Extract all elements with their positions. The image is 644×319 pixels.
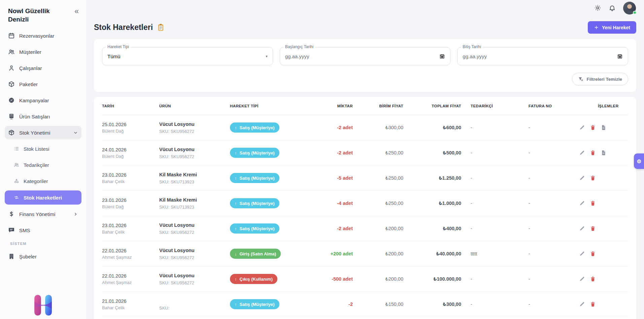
employee-icon (8, 65, 15, 71)
delete-button[interactable] (590, 251, 596, 257)
sidebar-item-label: Çalışanlar (19, 65, 42, 71)
sms-icon (8, 227, 15, 234)
arrow-up-icon: ↑ (235, 277, 237, 282)
edit-button[interactable] (579, 276, 585, 282)
unit-price: ₺200,00 (353, 276, 403, 282)
invoice-no-value: - (519, 276, 576, 282)
movement-type-badge: ↓Giriş (Satın Alma) (230, 249, 281, 259)
sidebar-item-finans-yonetimi[interactable]: Finans Yönetimi (5, 207, 81, 221)
cell-date: 21.01.2026Bahar Çelik (102, 298, 159, 310)
suppliers-icon (14, 162, 19, 168)
invoice-no-value: - (519, 302, 576, 307)
sidebar-item-label: Stok Yönetimi (19, 130, 50, 136)
invoice-button[interactable] (601, 150, 607, 156)
delete-button[interactable] (590, 225, 596, 232)
row-actions (576, 125, 628, 131)
sidebar-item-stok-hareketleri[interactable]: Stok Hareketleri (5, 190, 81, 205)
finance-icon (8, 211, 15, 217)
edit-button[interactable] (579, 200, 585, 206)
chevron-down-icon (73, 130, 78, 135)
product-name: Vücut Losyonu (159, 121, 230, 128)
edit-button[interactable] (579, 175, 585, 181)
sidebar-item-label: Tedarikçiler (24, 162, 49, 168)
movement-type-badge: ↑Satış (Müşteriye) (230, 148, 279, 158)
invoice-no-value: - (519, 201, 576, 206)
product-name: Vücut Losyonu (159, 273, 230, 279)
column-header-toplam-fi-yat: TOPLAM FİYAT (403, 104, 461, 108)
sidebar-item-rezervasyonlar[interactable]: Rezervasyonlar (5, 29, 81, 42)
sidebar-item-label: Ürün Satışları (19, 114, 50, 119)
edit-button[interactable] (579, 251, 585, 257)
notifications-bell-icon[interactable] (609, 4, 616, 11)
arrow-up-icon: ↑ (235, 150, 237, 155)
sidebar-item-label: Kampanyalar (19, 98, 49, 103)
quantity-value: +200 adet (316, 251, 353, 256)
supplier-value: - (461, 201, 519, 206)
edit-button[interactable] (579, 301, 585, 307)
quantity-value: -2 adet (316, 150, 353, 155)
arrow-up-icon: ↑ (235, 176, 237, 181)
app-root: Nowl Güzellik Denizli « RezervasyonlarMü… (0, 0, 644, 319)
sidebar-item-sms[interactable]: SMS (5, 223, 81, 237)
arrow-up-icon: ↑ (235, 125, 237, 130)
invoice-no-value: - (519, 150, 576, 155)
edit-button[interactable] (579, 150, 585, 156)
delete-button[interactable] (590, 200, 596, 206)
sidebar-item-tedarikciler[interactable]: Tedarikçiler (5, 158, 81, 172)
calendar-icon[interactable] (617, 54, 623, 59)
user-avatar[interactable] (623, 2, 636, 14)
invoice-button[interactable] (601, 125, 607, 131)
sidebar-nav: RezervasyonlarMüşterilerÇalışanlarPaketl… (5, 29, 81, 289)
total-price: ₺600,00 (403, 125, 461, 130)
sidebar-item-calisanlar[interactable]: Çalışanlar (5, 61, 81, 75)
theme-toggle-icon[interactable] (594, 4, 601, 11)
movement-person: Ahmet Şaşmaz (102, 255, 159, 260)
sidebar-item-urun-satislari[interactable]: Ürün Satışları (5, 110, 81, 123)
movement-type-select[interactable]: Hareket Tipi Tümü ▾ (102, 47, 273, 65)
cell-date: 24.01.2026Bülent Dağ (102, 147, 159, 159)
sidebar-item-kategoriler[interactable]: Kategoriler (5, 174, 81, 188)
sidebar-item-subeler[interactable]: Şubeler (5, 250, 81, 263)
movement-person: Bahar Çelik (102, 305, 159, 310)
delete-button[interactable] (590, 175, 596, 181)
movement-date: 21.01.2026 (102, 298, 159, 304)
movement-type-label: Satış (Müşteriye) (240, 125, 275, 130)
row-actions (576, 225, 628, 232)
unit-price: ₺200,00 (353, 251, 403, 256)
sidebar-item-paketler[interactable]: Paketler (5, 77, 81, 91)
sidebar-item-label: Rezervasyonlar (19, 33, 54, 39)
clear-filters-button[interactable]: Filtreleri Temizle (572, 73, 628, 85)
sidebar-item-stok-listesi[interactable]: Stok Listesi (5, 142, 81, 155)
filter-x-icon (578, 76, 583, 82)
quantity-value: -500 adet (316, 276, 353, 282)
settings-fab-button[interactable] (634, 153, 644, 169)
sidebar-item-stok-yonetimi[interactable]: Stok Yönetimi (5, 126, 81, 139)
edit-button[interactable] (579, 225, 585, 232)
sidebar-item-label: Stok Listesi (24, 146, 49, 152)
online-status-dot (633, 11, 637, 14)
unit-price: ₺250,00 (353, 150, 403, 155)
new-movement-button[interactable]: Yeni Hareket (588, 21, 636, 34)
supplier-value: - (461, 226, 519, 231)
sidebar-item-label: Şubeler (19, 254, 37, 259)
page-title: Stok Hareketleri (94, 23, 165, 32)
cell-date: 25.01.2026Bülent Dağ (102, 122, 159, 134)
delete-button[interactable] (590, 125, 596, 131)
start-date-input[interactable]: Başlangıç Tarihi gg.aa.yyyy (280, 47, 451, 65)
product-sku: SKU: SKU956272 (159, 255, 230, 260)
sidebar-item-kampanyalar[interactable]: Kampanyalar (5, 94, 81, 107)
topbar (86, 0, 644, 16)
sidebar-collapse-button[interactable]: « (72, 7, 81, 16)
sidebar-item-musteriler[interactable]: Müşteriler (5, 45, 81, 59)
delete-button[interactable] (590, 276, 596, 282)
delete-button[interactable] (590, 150, 596, 156)
column-header-tari-h: TARİH (102, 104, 159, 108)
product-name: Vücut Losyonu (159, 147, 230, 153)
brand-title: Nowl Güzellik Denizli (8, 7, 59, 24)
delete-button[interactable] (590, 301, 596, 307)
edit-button[interactable] (579, 125, 585, 131)
unit-price: ₺200,00 (353, 226, 403, 231)
calendar-icon[interactable] (439, 54, 445, 59)
unit-price: ₺150,00 (353, 302, 403, 307)
end-date-input[interactable]: Bitiş Tarihi gg.aa.yyyy (457, 47, 628, 65)
